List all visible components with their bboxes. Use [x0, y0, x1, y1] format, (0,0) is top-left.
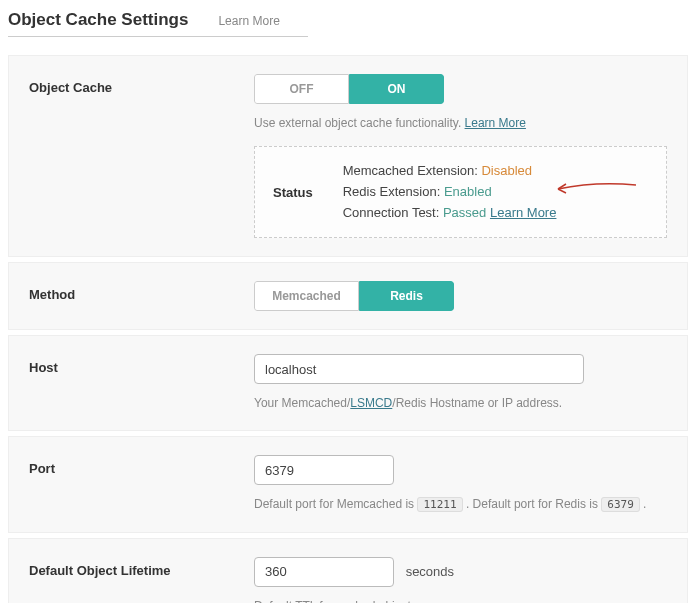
page-header: Object Cache Settings Learn More: [8, 10, 308, 37]
redis-status-value: Enabled: [444, 184, 492, 199]
toggle-off-button[interactable]: OFF: [254, 74, 349, 104]
object-cache-label: Object Cache: [29, 74, 254, 95]
memcached-status-line: Memcached Extension: Disabled: [343, 161, 557, 182]
method-toggle: Memcached Redis: [254, 281, 454, 311]
object-cache-toggle: OFF ON: [254, 74, 444, 104]
section-method: Method Memcached Redis: [8, 262, 688, 330]
status-box: Status Memcached Extension: Disabled Red…: [254, 146, 667, 238]
lsmcd-link[interactable]: LSMCD: [350, 396, 392, 410]
method-redis-button[interactable]: Redis: [359, 281, 454, 311]
toggle-on-button[interactable]: ON: [349, 74, 444, 104]
section-object-cache: Object Cache OFF ON Use external object …: [8, 55, 688, 257]
redis-port-pill: 6379: [601, 497, 640, 512]
status-lines: Memcached Extension: Disabled Redis Exte…: [343, 161, 557, 223]
section-host: Host Your Memcached/LSMCD/Redis Hostname…: [8, 335, 688, 431]
object-cache-learn-more-link[interactable]: Learn More: [465, 116, 526, 130]
connection-status-value: Passed: [443, 205, 486, 220]
lifetime-suffix: seconds: [406, 564, 454, 579]
section-lifetime: Default Object Lifetime seconds Default …: [8, 538, 688, 603]
learn-more-link[interactable]: Learn More: [218, 14, 279, 28]
connection-learn-more-link[interactable]: Learn More: [490, 205, 556, 220]
host-helper: Your Memcached/LSMCD/Redis Hostname or I…: [254, 394, 667, 412]
arrow-annotation-icon: [556, 181, 636, 197]
port-label: Port: [29, 455, 254, 476]
method-memcached-button[interactable]: Memcached: [254, 281, 359, 311]
memcached-status-value: Disabled: [481, 163, 532, 178]
method-label: Method: [29, 281, 254, 302]
host-label: Host: [29, 354, 254, 375]
connection-status-line: Connection Test: Passed Learn More: [343, 203, 557, 224]
lifetime-input[interactable]: [254, 557, 394, 587]
redis-status-line: Redis Extension: Enabled: [343, 182, 557, 203]
lifetime-helper: Default TTL for cached objects.: [254, 597, 667, 603]
object-cache-helper: Use external object cache functionality.…: [254, 114, 667, 132]
memcached-port-pill: 11211: [417, 497, 462, 512]
port-input[interactable]: [254, 455, 394, 485]
status-label: Status: [273, 185, 313, 200]
section-port: Port Default port for Memcached is 11211…: [8, 436, 688, 533]
port-helper: Default port for Memcached is 11211 . De…: [254, 495, 667, 514]
host-input[interactable]: [254, 354, 584, 384]
page-title: Object Cache Settings: [8, 10, 188, 30]
lifetime-label: Default Object Lifetime: [29, 557, 254, 578]
